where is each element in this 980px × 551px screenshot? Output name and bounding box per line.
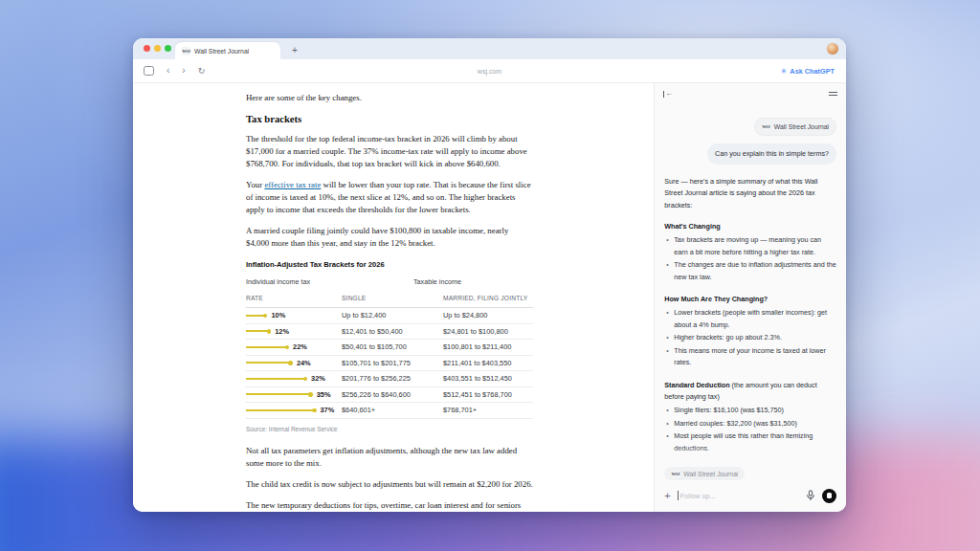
- assistant-section-title: How Much Are They Changing?: [664, 295, 768, 303]
- column-header-single: SINGLE: [342, 292, 443, 304]
- profile-avatar[interactable]: [827, 43, 838, 55]
- article-paragraph: The threshold for the top federal income…: [246, 133, 533, 170]
- wsj-favicon-icon: WSJ: [182, 47, 190, 55]
- table-row: 10% Up to $12,400 Up to $24,800: [246, 308, 533, 324]
- rate-bar-dot: [263, 314, 268, 319]
- reload-icon[interactable]: ↻: [198, 67, 206, 76]
- rate-bar-dot: [312, 408, 317, 413]
- new-tab-button[interactable]: +: [292, 42, 298, 59]
- column-header-married: MARRIED, FILING JOINTLY: [443, 292, 533, 304]
- married-range: $768,701+: [443, 404, 533, 416]
- back-icon[interactable]: ‹: [167, 66, 169, 76]
- chatgpt-icon: ✳: [781, 67, 788, 76]
- rate-bar: [246, 362, 289, 364]
- table-row: 22% $50,401 to $105,700 $100,801 to $211…: [246, 340, 533, 356]
- rate-bar-dot: [303, 377, 308, 382]
- composer-context-label: Wall Street Journal: [683, 471, 738, 477]
- assistant-bullet: Higher brackets: go up about 2.3%.: [664, 332, 836, 343]
- article: Here are some of the key changes. Tax br…: [246, 83, 533, 512]
- assistant-bullet: Lower brackets (people with smaller inco…: [664, 307, 836, 331]
- attach-plus-icon[interactable]: +: [664, 491, 670, 501]
- assistant-section-title: What's Changing: [664, 222, 720, 231]
- tab-wall-street-journal[interactable]: WSJ Wall Street Journal: [175, 42, 280, 59]
- assistant-bullet: Married couples: $32,200 (was $31,500): [664, 418, 836, 430]
- tab-strip: WSJ Wall Street Journal +: [133, 38, 846, 59]
- microphone-icon[interactable]: [806, 490, 815, 501]
- chat-thread: WSJ Wall Street Journal Can you explain …: [655, 104, 846, 460]
- single-range: $640,601+: [342, 404, 443, 416]
- assistant-bullet: This means more of your income is taxed …: [664, 345, 836, 369]
- voice-stop-button[interactable]: [822, 489, 836, 503]
- rate-label: 10%: [271, 309, 285, 321]
- sidebar-menu-icon[interactable]: [829, 92, 837, 96]
- rate-bar-dot: [267, 329, 272, 334]
- married-range: $403,551 to $512,450: [443, 372, 533, 385]
- assistant-section: What's Changing Tax brackets are moving …: [664, 221, 836, 283]
- rate-bar: [246, 378, 304, 380]
- assistant-section: Standard Deduction (the amount you can d…: [664, 380, 836, 454]
- group-label-left: Individual income tax: [246, 276, 342, 288]
- close-window-button[interactable]: [144, 45, 150, 52]
- collapse-sidebar-icon[interactable]: ←: [663, 90, 673, 98]
- rate-label: 12%: [275, 325, 289, 338]
- table-row: 35% $256,226 to $640,600 $512,451 to $76…: [246, 387, 533, 404]
- table-header: RATE SINGLE MARRIED, FILING JOINTLY: [246, 292, 533, 308]
- rate-bar: [246, 346, 286, 348]
- article-paragraph: The new temporary deductions for tips, o…: [246, 499, 533, 513]
- married-range: $24,801 to $100,800: [443, 325, 533, 338]
- single-range: $201,776 to $256,225: [342, 372, 443, 385]
- tab-title: Wall Street Journal: [194, 48, 249, 55]
- assistant-bullet: Single filers: $16,100 (was $15,750): [664, 405, 836, 416]
- table-row: 32% $201,776 to $256,225 $403,551 to $51…: [246, 371, 533, 387]
- assistant-bullet: The changes are due to inflation adjustm…: [664, 259, 836, 283]
- married-range: Up to $24,800: [443, 309, 533, 321]
- user-message-bubble: Can you explain this in simple terms?: [707, 143, 836, 164]
- sidebar-header: ←: [655, 83, 846, 104]
- rate-bar: [246, 315, 264, 317]
- text-cursor: [678, 491, 679, 500]
- zoom-window-button[interactable]: [165, 45, 171, 52]
- married-range: $211,401 to $403,550: [443, 357, 533, 369]
- rate-label: 24%: [297, 357, 311, 369]
- effective-tax-rate-link[interactable]: effective tax rate: [264, 180, 321, 189]
- column-header-rate: RATE: [246, 292, 342, 304]
- married-range: $100,801 to $211,400: [443, 341, 533, 353]
- browser-window: WSJ Wall Street Journal + ‹ › ↻ wsj.com …: [133, 38, 846, 512]
- assistant-section: How Much Are They Changing? Lower bracke…: [664, 294, 836, 368]
- followup-input[interactable]: Follow up...: [678, 491, 799, 500]
- rate-bar-dot: [285, 345, 290, 350]
- rate-label: 37%: [321, 404, 335, 416]
- rate-bar-dot: [308, 392, 313, 397]
- single-range: $105,701 to $201,775: [342, 357, 443, 369]
- single-range: $12,401 to $50,400: [342, 325, 443, 338]
- chatgpt-sidebar: ← WSJ Wall Street Journal Can you explai…: [654, 83, 846, 512]
- single-range: Up to $12,400: [342, 309, 443, 321]
- assistant-section-title: Standard Deduction: [664, 381, 729, 389]
- page-context-chip-label: Wall Street Journal: [774, 121, 829, 133]
- rate-bar: [246, 330, 268, 332]
- section-heading-tax-brackets: Tax brackets: [246, 113, 533, 125]
- wsj-favicon-icon: WSJ: [762, 122, 770, 131]
- tax-bracket-chart: Inflation-Adjusted Tax Brackets for 2026…: [246, 258, 533, 435]
- married-range: $512,451 to $768,700: [443, 388, 533, 401]
- minimize-window-button[interactable]: [154, 45, 161, 52]
- text: Your: [246, 180, 264, 189]
- browser-toolbar: ‹ › ↻ wsj.com ✳ Ask ChatGPT: [133, 59, 846, 83]
- assistant-bullet: Tax brackets are moving up — meaning you…: [664, 234, 836, 258]
- chart-title: Inflation-Adjusted Tax Brackets for 2026: [246, 258, 533, 271]
- article-paragraph: Not all tax parameters get inflation adj…: [246, 445, 533, 470]
- chart-source: Source: Internal Revenue Service: [246, 423, 533, 435]
- rate-label: 32%: [311, 372, 325, 385]
- chat-composer: WSJ Wall Street Journal + Follow up...: [655, 460, 846, 513]
- ask-chatgpt-button[interactable]: ✳ Ask ChatGPT: [781, 67, 835, 76]
- table-row: 12% $12,401 to $50,400 $24,801 to $100,8…: [246, 324, 533, 341]
- article-paragraph: Here are some of the key changes.: [246, 92, 533, 104]
- article-paragraph: A married couple filing jointly could ha…: [246, 225, 533, 250]
- rate-label: 35%: [317, 388, 331, 401]
- address-bar[interactable]: wsj.com: [133, 68, 846, 75]
- tab-overview-icon[interactable]: [144, 66, 154, 76]
- rate-label: 22%: [293, 341, 307, 353]
- forward-icon[interactable]: ›: [182, 66, 185, 76]
- composer-context-chip[interactable]: WSJ Wall Street Journal: [664, 467, 745, 480]
- page-context-chip[interactable]: WSJ Wall Street Journal: [754, 118, 836, 136]
